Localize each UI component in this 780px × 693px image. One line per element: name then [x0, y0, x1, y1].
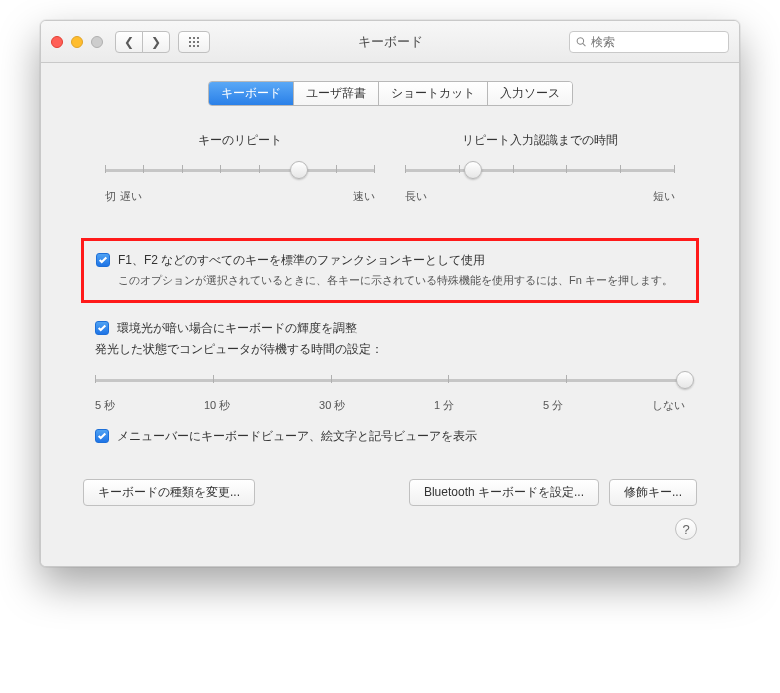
forward-button[interactable]: ❯ — [142, 31, 170, 53]
highlighted-option: F1、F2 などのすべてのキーを標準のファンクションキーとして使用 このオプショ… — [81, 238, 699, 303]
sliders-row: キーのリピート 切 遅い 速い リピート入力認識までの時間 — [65, 132, 715, 204]
label-slow: 遅い — [116, 189, 353, 204]
search-field[interactable] — [569, 31, 729, 53]
back-button[interactable]: ❮ — [115, 31, 143, 53]
delay-title: リピート入力認識までの時間 — [405, 132, 675, 149]
fn-keys-checkbox[interactable] — [96, 253, 110, 267]
menubar-label: メニューバーにキーボードビューア、絵文字と記号ビューアを表示 — [117, 427, 477, 445]
check-icon — [97, 323, 107, 333]
key-repeat-labels: 切 遅い 速い — [105, 189, 375, 204]
check-icon — [98, 255, 108, 265]
idle-labels: 5 秒 10 秒 30 秒 1 分 5 分 しない — [95, 398, 685, 413]
menubar-checkbox[interactable] — [95, 429, 109, 443]
key-repeat-thumb[interactable] — [290, 161, 308, 179]
fn-keys-desc: このオプションが選択されているときに、各キーに示されている特殊機能を使用するには… — [118, 273, 684, 288]
tabbar: キーボード ユーザ辞書 ショートカット 入力ソース — [208, 81, 573, 106]
delay-thumb[interactable] — [464, 161, 482, 179]
content: キーボード ユーザ辞書 ショートカット 入力ソース キーのリピート 切 遅い 速… — [41, 63, 739, 566]
tab-keyboard[interactable]: キーボード — [209, 82, 294, 105]
key-repeat-block: キーのリピート 切 遅い 速い — [105, 132, 375, 204]
brightness-checkbox[interactable] — [95, 321, 109, 335]
fn-keys-label: F1、F2 などのすべてのキーを標準のファンクションキーとして使用 — [118, 251, 485, 269]
idle-tick-0: 5 秒 — [95, 398, 115, 413]
footer-buttons: キーボードの種類を変更... Bluetooth キーボードを設定... 修飾キ… — [65, 459, 715, 506]
key-repeat-slider[interactable] — [105, 159, 375, 183]
delay-block: リピート入力認識までの時間 長い 短い — [405, 132, 675, 204]
traffic-lights — [51, 36, 103, 48]
zoom-icon — [91, 36, 103, 48]
preferences-window: ❮ ❯ キーボード キーボード ユーザ辞書 ショートカット 入力ソース キーのリ… — [40, 20, 740, 567]
label-long: 長い — [405, 189, 427, 204]
idle-tick-4: 5 分 — [543, 398, 563, 413]
help-button[interactable]: ? — [675, 518, 697, 540]
show-all-button[interactable] — [178, 31, 210, 53]
tab-text[interactable]: ユーザ辞書 — [294, 82, 379, 105]
grid-icon — [188, 36, 200, 48]
delay-slider[interactable] — [405, 159, 675, 183]
brightness-option[interactable]: 環境光が暗い場合にキーボードの輝度を調整 — [95, 319, 685, 337]
delay-labels: 長い 短い — [405, 189, 675, 204]
menubar-option[interactable]: メニューバーにキーボードビューア、絵文字と記号ビューアを表示 — [95, 427, 685, 445]
search-input[interactable] — [591, 35, 722, 49]
search-icon — [576, 36, 587, 48]
brightness-label: 環境光が暗い場合にキーボードの輝度を調整 — [117, 319, 357, 337]
titlebar: ❮ ❯ キーボード — [41, 21, 739, 63]
idle-tick-3: 1 分 — [434, 398, 454, 413]
tabs: キーボード ユーザ辞書 ショートカット 入力ソース — [65, 81, 715, 106]
fn-keys-option[interactable]: F1、F2 などのすべてのキーを標準のファンクションキーとして使用 — [96, 251, 684, 269]
nav-buttons: ❮ ❯ — [115, 31, 170, 53]
check-icon — [97, 431, 107, 441]
modifier-keys-button[interactable]: 修飾キー... — [609, 479, 697, 506]
tab-input-sources[interactable]: 入力ソース — [488, 82, 572, 105]
idle-slider[interactable] — [95, 368, 685, 394]
brightness-block: 環境光が暗い場合にキーボードの輝度を調整 発光した状態でコンピュータが待機する時… — [65, 319, 715, 413]
close-icon[interactable] — [51, 36, 63, 48]
menubar-block: メニューバーにキーボードビューア、絵文字と記号ビューアを表示 — [65, 427, 715, 445]
idle-tick-1: 10 秒 — [204, 398, 230, 413]
minimize-icon[interactable] — [71, 36, 83, 48]
label-short: 短い — [653, 189, 675, 204]
label-fast: 速い — [353, 189, 375, 204]
label-off: 切 — [105, 189, 116, 204]
tab-shortcuts[interactable]: ショートカット — [379, 82, 488, 105]
idle-label: 発光した状態でコンピュータが待機する時間の設定： — [95, 341, 685, 358]
idle-thumb[interactable] — [676, 371, 694, 389]
keyboard-type-button[interactable]: キーボードの種類を変更... — [83, 479, 255, 506]
bluetooth-button[interactable]: Bluetooth キーボードを設定... — [409, 479, 599, 506]
idle-tick-2: 30 秒 — [319, 398, 345, 413]
idle-tick-5: しない — [652, 398, 685, 413]
help-row: ? — [65, 506, 715, 546]
key-repeat-title: キーのリピート — [105, 132, 375, 149]
